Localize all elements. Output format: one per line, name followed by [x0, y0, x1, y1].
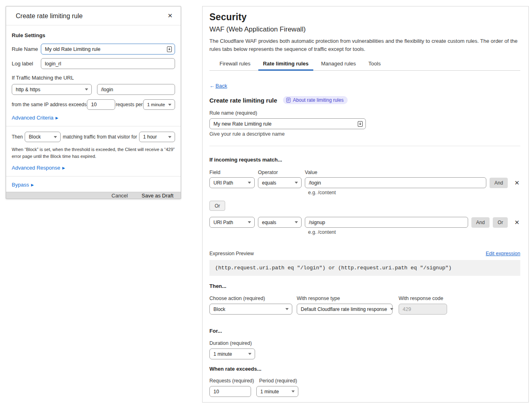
match-row: URI Path equals And Or ✕	[209, 217, 520, 228]
modal-footer: Cancel Save as Draft	[6, 192, 181, 199]
block-duration-select[interactable]: 1 hour	[139, 132, 175, 142]
choose-action-label: Choose action (required)	[209, 296, 297, 301]
then-section-heading: Then...	[209, 283, 520, 289]
then-label: Then	[12, 134, 23, 140]
log-label-input[interactable]	[41, 58, 175, 69]
rule-name-input[interactable]	[209, 118, 366, 129]
back-link[interactable]: ← Back	[209, 83, 227, 89]
arrow-left-icon: ←	[209, 83, 215, 89]
duration-select[interactable]: 1 minute	[209, 348, 255, 359]
or-button[interactable]: Or	[493, 217, 508, 228]
requests-label: Requests (required)	[209, 378, 259, 384]
rule-name-label: Rule Name	[12, 46, 41, 52]
operator-select[interactable]: equals	[258, 217, 302, 228]
autofill-icon	[167, 46, 172, 52]
remove-condition-icon[interactable]: ✕	[513, 219, 520, 226]
save-as-draft-button[interactable]: Save as Draft	[141, 193, 173, 199]
triangle-right-icon: ▶	[55, 116, 58, 120]
response-code-label: With response code	[399, 296, 447, 301]
advanced-response-link[interactable]: Advanced Response ▶	[12, 165, 65, 171]
value-column-header: Value	[305, 170, 317, 175]
rule-settings-heading: Rule Settings	[12, 32, 175, 38]
response-type-label: With response type	[297, 296, 399, 301]
waf-security-page: Security WAF (Web Application Firewall) …	[202, 6, 529, 403]
page-subtitle: WAF (Web Application Firewall)	[209, 25, 520, 34]
action-select[interactable]: Block	[209, 304, 292, 315]
bypass-link[interactable]: Bypass ▶	[12, 182, 34, 188]
tab-bar: Firewall rules Rate limiting rules Manag…	[209, 59, 520, 71]
requests-per-text: requests per	[116, 102, 143, 107]
exceeds-text: from the same IP address exceeds	[12, 102, 87, 107]
scheme-select[interactable]: http & https	[12, 84, 92, 95]
log-label-label: Log label	[12, 61, 41, 67]
divider	[6, 126, 181, 126]
period-select[interactable]: 1 minute	[143, 99, 175, 110]
modal-body: Rule Settings Rule Name Log label If Tra…	[6, 25, 181, 192]
divider	[209, 146, 520, 146]
autofill-icon	[358, 121, 363, 127]
match-row: URI Path equals And ✕	[209, 177, 520, 188]
requests-input[interactable]	[209, 386, 251, 397]
triangle-right-icon: ▶	[62, 166, 65, 170]
modal-title: Create rate limiting rule	[16, 13, 82, 19]
divider	[6, 176, 181, 176]
about-rate-limiting-badge[interactable]: About rate limiting rules	[283, 96, 348, 104]
document-icon	[286, 98, 291, 103]
rule-name-label: Rule name (required)	[209, 110, 520, 116]
or-button[interactable]: Or	[209, 201, 225, 211]
and-button[interactable]: And	[471, 217, 490, 228]
requests-count-input[interactable]	[87, 99, 115, 110]
period-label: Period (required)	[259, 378, 297, 384]
expression-preview-label: Expression Preview	[209, 251, 254, 256]
for-section-heading: For...	[209, 328, 520, 334]
operator-select[interactable]: equals	[258, 177, 302, 188]
action-select[interactable]: Block	[25, 132, 61, 142]
remove-condition-icon[interactable]: ✕	[513, 179, 520, 187]
duration-label: Duration (required)	[209, 340, 520, 346]
rule-name-helper: Give your rule a descriptive name	[209, 131, 520, 137]
traffic-matching-heading: If Traffic Matching the URL	[12, 75, 175, 81]
value-input[interactable]	[305, 177, 486, 188]
triangle-right-icon: ▶	[31, 183, 34, 187]
close-icon[interactable]: ✕	[166, 11, 174, 20]
tab-tools[interactable]: Tools	[367, 59, 381, 70]
and-button[interactable]: And	[490, 178, 508, 188]
rule-name-input[interactable]	[41, 44, 175, 55]
page-description: The Cloudflare WAF provides both automat…	[209, 37, 520, 53]
rate-section-heading: When rate exceeds...	[209, 366, 520, 372]
response-type-select[interactable]: Default Cloudflare rate limiting respons…	[297, 304, 393, 315]
block-note: When “Block” is set, when the threshold …	[12, 146, 175, 160]
edit-expression-link[interactable]: Edit expression	[486, 251, 520, 256]
create-rate-limit-modal: Create rate limiting rule ✕ Rule Setting…	[6, 6, 181, 199]
tab-managed-rules[interactable]: Managed rules	[320, 59, 357, 70]
tab-firewall-rules[interactable]: Firewall rules	[219, 59, 251, 70]
period-select[interactable]: 1 minute	[256, 386, 298, 397]
page-title: Security	[209, 12, 520, 23]
expression-code: (http.request.uri.path eq "/login") or (…	[209, 260, 520, 276]
tab-rate-limiting-rules[interactable]: Rate limiting rules	[262, 59, 310, 70]
matching-text: matching traffic from that visitor for	[63, 134, 137, 140]
cancel-button[interactable]: Cancel	[112, 193, 128, 199]
form-title: Create rate limiting rule	[209, 97, 277, 104]
field-select[interactable]: URI Path	[209, 217, 255, 228]
response-code-input	[399, 304, 447, 315]
url-input[interactable]	[97, 84, 175, 95]
value-hint: e.g. /content	[308, 190, 520, 195]
operator-column-header: Operator	[258, 170, 305, 175]
match-section-heading: If incoming requests match...	[209, 157, 520, 163]
field-select[interactable]: URI Path	[209, 177, 255, 188]
field-column-header: Field	[209, 170, 258, 175]
advanced-criteria-link[interactable]: Advanced Criteria ▶	[12, 115, 58, 121]
value-hint: e.g. /content	[308, 229, 520, 235]
value-input[interactable]	[305, 217, 468, 228]
modal-header: Create rate limiting rule ✕	[6, 6, 181, 25]
